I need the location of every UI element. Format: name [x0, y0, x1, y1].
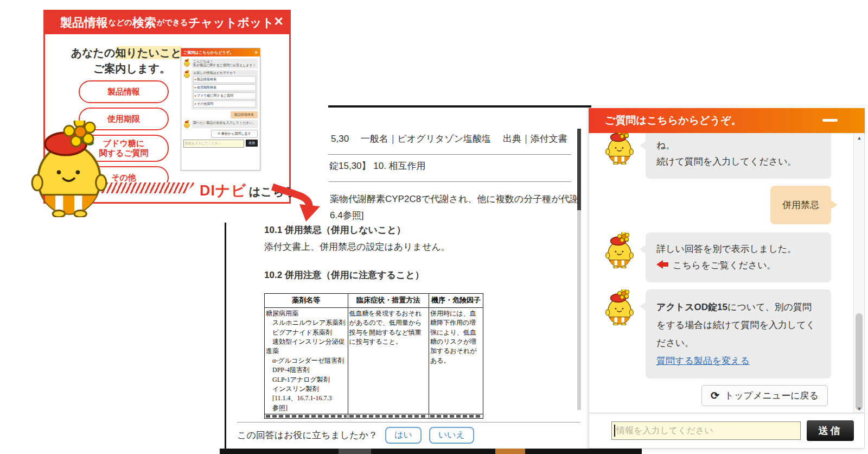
promo-title-part: 検索 [132, 15, 156, 31]
mascot-avatar [183, 59, 190, 67]
send-button[interactable]: 送信 [807, 420, 854, 441]
chat-message-list: ね。 続けて質問を入力してください。 併用禁忌 詳しい回答を別で表示しました。 … [589, 133, 843, 414]
doc-text-10-1: 添付文書上、併用禁忌の設定はありません。 [264, 241, 450, 253]
mini-close-icon: ✕ [254, 51, 258, 55]
mini-input-row: 情報を入力してください 送信 [183, 140, 258, 148]
triangle-icon: ▸ [195, 102, 196, 105]
chat-scrollbar-thumb[interactable] [856, 313, 863, 410]
chat-scrollbar[interactable]: ▲ ▼ [853, 133, 864, 414]
mini-user-bubble: 製品情報検索 [231, 111, 258, 118]
promo-title-part: などの [108, 18, 132, 28]
feedback-yes-button[interactable]: はい [385, 427, 422, 444]
promo-header: 製品情報 などの 検索 ができる チャットボット ✕ [45, 11, 289, 34]
table-row-clipped [265, 414, 483, 419]
answer-window-top-border [328, 105, 591, 108]
top-menu-label: トップメニューに戻る [725, 389, 819, 402]
triangle-icon: ▸ [195, 78, 196, 81]
chat-input[interactable]: 情報を入力してください [611, 421, 801, 440]
doc-meta-line: 5,30 一般名｜ピオグリタゾン塩酸塩 出典｜添付文書 [331, 133, 567, 145]
col-header-clinical: 臨床症状・措置方法 [348, 294, 429, 308]
feedback-row: この回答はお役に立ちましたか？ はい いいえ [237, 427, 474, 444]
bot-message: アクトスOD錠15について、別の質問をする場合は続けて質問を入力してください。 … [603, 289, 831, 379]
mini-option: ▸使用期限検索 [193, 84, 256, 91]
window-bottom-border [220, 449, 642, 454]
answer-window-left-border [225, 223, 226, 449]
col-header-drug: 薬剤名等 [265, 294, 348, 308]
doc-section-line: 錠15,30】 10. 相互作用 [329, 160, 426, 172]
bot-message-text: こちらをご覧ください。 [673, 260, 776, 270]
chat-panel: ご質問はこちらからどうぞ。 ね。 続けて質問を入力してください。 併用禁忌 [589, 108, 865, 449]
scroll-up-icon[interactable]: ▲ [854, 135, 865, 141]
user-message: 併用禁忌 [603, 186, 831, 224]
bot-bubble: アクトスOD錠15について、別の質問をする場合は続けて質問を入力してください。 … [646, 289, 831, 379]
promo-title-part: チャットボット [188, 15, 274, 31]
chat-title: ご質問はこちらからどうぞ。 [605, 115, 741, 126]
table-row: 糖尿病用薬 スルホニルウレア系薬剤 ビグアナイド系薬剤 速効型インスリン分泌促進… [265, 307, 483, 414]
bubble-tail [640, 141, 646, 150]
bottom-bar-orange-segment [495, 449, 525, 454]
bot-message: 詳しい回答を別で表示しました。 こちらをご覧ください。 [603, 232, 831, 282]
bubble-tail [640, 301, 646, 311]
promo-title-part: ができる [157, 18, 188, 28]
mascot-avatar [183, 120, 190, 128]
table-header-row: 薬剤名等 臨床症状・措置方法 機序・危険因子 [265, 294, 483, 308]
top-menu-row: ⟳ トップメニューに戻る [603, 385, 831, 406]
mini-option-label: その他質問 [197, 102, 213, 105]
mini-option: ▸その他質問 [193, 100, 256, 108]
bot-message-line: こちらをご覧ください。 [656, 257, 820, 274]
mascot-character [24, 121, 114, 217]
change-product-link[interactable]: 質問する製品を変える [656, 356, 750, 366]
mascot-avatar [183, 70, 190, 78]
bot-bubble: ね。 続けて質問を入力してください。 [646, 133, 831, 179]
mini-bot-message: 調べたい製品の名前を入力してください。 [183, 120, 258, 128]
mascot-avatar [603, 289, 636, 325]
minimize-icon[interactable] [822, 119, 838, 122]
bottom-bar-gray-segment [339, 449, 371, 454]
product-info-button[interactable]: 製品情報 [79, 80, 169, 103]
cell-clinical: 低血糖を発現するおそれがあるので、低用量から投与を開始するなど慎重に投与すること… [348, 307, 429, 414]
mascot-avatar [603, 232, 636, 268]
mini-chat-header: ご質問はこちらからどうぞ。 ✕ [181, 48, 260, 56]
red-left-arrow-icon [656, 261, 669, 268]
mini-option-label: ブドウ糖に関するご質問 [197, 94, 233, 97]
divider [328, 154, 571, 155]
cell-drugs: 糖尿病用薬 スルホニルウレア系薬剤 ビグアナイド系薬剤 速効型インスリン分泌促進… [265, 307, 348, 414]
top-menu-button[interactable]: ⟳ トップメニューに戻る [701, 385, 828, 406]
mini-bot-message: お探しの情報はどれですか？ ▸製品情報検索 ▸使用期限検索 ▸ブドウ糖に関するご… [183, 70, 258, 110]
bot-bubble: 詳しい回答を別で表示しました。 こちらをご覧ください。 [646, 232, 831, 282]
mini-bot-message: こんにちは！ 私が製品に関するご質問にお答えします！ [183, 59, 258, 68]
page: 5,30 一般名｜ピオグリタゾン塩酸塩 出典｜添付文書 錠15,30】 10. … [0, 0, 868, 454]
user-message-text: 併用禁忌 [782, 200, 819, 210]
mini-bubble: お探しの情報はどれですか？ ▸製品情報検索 ▸使用期限検索 ▸ブドウ糖に関するご… [192, 70, 258, 110]
chat-input-placeholder: 情報を入力してください [616, 425, 713, 437]
mini-option-label: 製品情報検索 [197, 78, 216, 81]
user-bubble: 併用禁忌 [770, 186, 831, 224]
mini-question: お探しの情報はどれですか？ [193, 71, 256, 75]
triangle-icon: ▸ [195, 94, 196, 97]
bot-message-line: ね。 [656, 137, 820, 154]
triangle-icon: ▸ [195, 86, 196, 89]
doc-paragraph-line1: 薬物代謝酵素CYP2C8で代謝され、他に複数の分子種が代謝 [330, 191, 579, 207]
product-name: アクトスOD錠15 [656, 302, 727, 312]
bubble-tail [640, 244, 646, 254]
mini-option: ▸製品情報検索 [193, 76, 256, 83]
doc-scrollbar-track[interactable] [577, 210, 581, 410]
mini-option: ▸ブドウ糖に関するご質問 [193, 92, 256, 99]
mini-bubble: 調べたい製品の名前を入力してください。 [192, 120, 258, 128]
divider [328, 181, 571, 182]
di-navi-label: DIナビ [200, 182, 246, 199]
mini-reset-button: ⟳ 最初から質問し直す [211, 130, 258, 138]
cell-mechanism: 併用時には、血糖降下作用の増強により、低血糖のリスクが増加するおそれがある。 [429, 307, 483, 414]
divider [237, 422, 580, 423]
mini-chat-body: こんにちは！ 私が製品に関するご質問にお答えします！ お探しの情報はどれですか？… [181, 56, 260, 148]
mini-input: 情報を入力してください [183, 140, 244, 148]
feedback-no-button[interactable]: いいえ [429, 427, 474, 444]
promo-title-part: 製品情報 [60, 15, 108, 31]
bot-message-line: 詳しい回答を別で表示しました。 [656, 241, 820, 257]
close-icon[interactable]: ✕ [274, 15, 284, 29]
red-curved-arrow-icon [270, 182, 331, 223]
mini-bubble: こんにちは！ 私が製品に関するご質問にお答えします！ [192, 59, 258, 68]
scroll-down-icon[interactable]: ▼ [854, 406, 865, 412]
chat-input-area: 情報を入力してください 送信 [589, 413, 864, 448]
intro-text: あなたの [71, 47, 116, 59]
